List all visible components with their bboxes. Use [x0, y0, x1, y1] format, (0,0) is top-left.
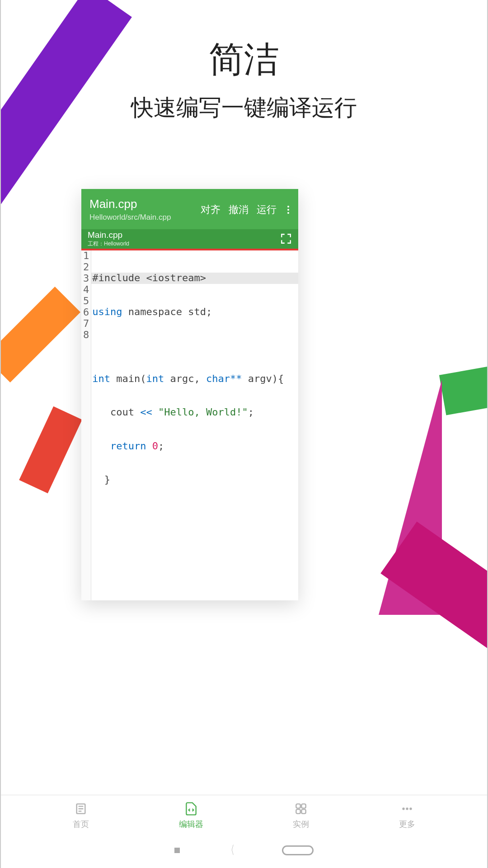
tab-more[interactable]: 更多 [399, 802, 415, 830]
svg-rect-4 [302, 809, 306, 813]
bg-orange-stripe [0, 287, 80, 382]
headline-sub: 快速编写一键编译运行 [1, 93, 487, 123]
bg-red-stripe [19, 406, 82, 494]
system-nav-bar: 〈 [1, 842, 487, 858]
headline-main: 简洁 [1, 36, 487, 84]
bottom-tabbar: 首页 编辑器 实例 更多 [1, 795, 487, 835]
svg-point-5 [402, 807, 404, 810]
tab-editor-label: 编辑器 [179, 819, 203, 830]
more-icon [400, 802, 414, 816]
editor-filename: Main.cpp [89, 197, 171, 211]
nav-recent-icon[interactable] [174, 848, 180, 853]
tab-more-label: 更多 [399, 819, 415, 830]
code-body[interactable]: #include <iostream> using namespace std;… [91, 250, 298, 600]
svg-rect-2 [302, 804, 306, 808]
tab-filename[interactable]: Main.cpp [88, 230, 129, 240]
tab-home[interactable]: 首页 [73, 802, 89, 830]
align-button[interactable]: 对齐 [201, 203, 221, 217]
more-menu-button[interactable] [286, 203, 290, 217]
svg-rect-1 [296, 804, 300, 808]
tab-examples-label: 实例 [293, 819, 309, 830]
run-button[interactable]: 运行 [257, 203, 277, 217]
editor-path: Helloworld/src/Main.cpp [89, 213, 171, 222]
svg-point-6 [406, 807, 408, 810]
editor-card: Main.cpp Helloworld/src/Main.cpp 对齐 撤消 运… [81, 189, 298, 600]
code-pane[interactable]: 1 2 3 4 5 6 7 8 #include <iostream> usin… [81, 250, 298, 600]
editor-topbar: Main.cpp Helloworld/src/Main.cpp 对齐 撤消 运… [81, 189, 298, 229]
tab-home-label: 首页 [73, 819, 89, 830]
project-label: 工程：Helloworld [88, 240, 129, 248]
home-icon [74, 802, 88, 816]
line-gutter: 1 2 3 4 5 6 7 8 [81, 250, 91, 600]
svg-rect-3 [296, 809, 300, 813]
svg-point-7 [409, 807, 412, 810]
code-icon [184, 802, 198, 816]
nav-home-icon[interactable] [282, 845, 314, 855]
expand-icon[interactable] [280, 230, 292, 247]
nav-back-icon[interactable]: 〈 [227, 842, 235, 858]
editor-subbar: Main.cpp 工程：Helloworld [81, 229, 298, 249]
tab-editor[interactable]: 编辑器 [179, 802, 203, 830]
grid-icon [294, 802, 308, 816]
tab-examples[interactable]: 实例 [293, 802, 309, 830]
bg-green-stripe [439, 358, 488, 415]
undo-button[interactable]: 撤消 [229, 203, 249, 217]
